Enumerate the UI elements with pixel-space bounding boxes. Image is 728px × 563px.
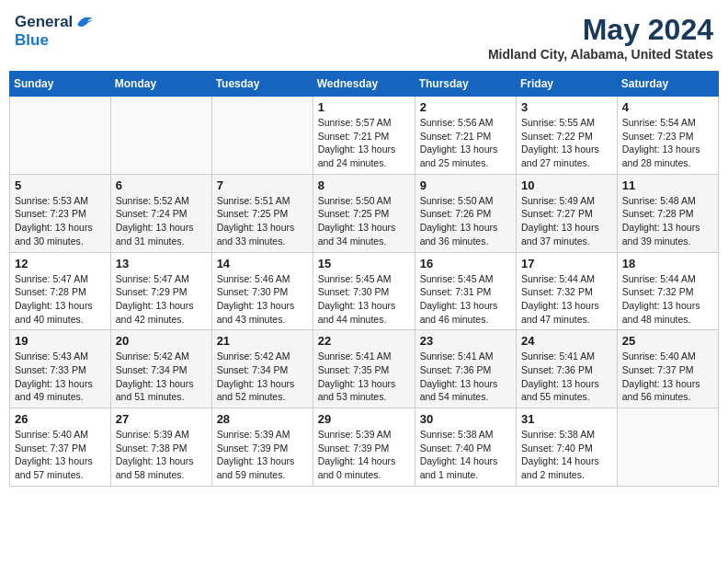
day-info: Sunrise: 5:44 AM Sunset: 7:32 PM Dayligh…	[622, 272, 713, 327]
calendar-cell: 25Sunrise: 5:40 AM Sunset: 7:37 PM Dayli…	[617, 330, 718, 408]
calendar-week-row: 12Sunrise: 5:47 AM Sunset: 7:28 PM Dayli…	[10, 252, 719, 330]
calendar-cell: 1Sunrise: 5:57 AM Sunset: 7:21 PM Daylig…	[313, 97, 415, 175]
calendar-cell: 14Sunrise: 5:46 AM Sunset: 7:30 PM Dayli…	[211, 252, 313, 330]
day-number: 23	[420, 334, 511, 348]
day-info: Sunrise: 5:38 AM Sunset: 7:40 PM Dayligh…	[420, 428, 511, 482]
calendar-cell: 13Sunrise: 5:47 AM Sunset: 7:29 PM Dayli…	[110, 252, 211, 330]
day-info: Sunrise: 5:50 AM Sunset: 7:26 PM Dayligh…	[420, 194, 511, 248]
calendar-week-row: 26Sunrise: 5:40 AM Sunset: 7:37 PM Dayli…	[10, 408, 719, 487]
month-title: May 2024	[488, 13, 713, 47]
day-number: 21	[217, 334, 308, 348]
title-area: May 2024 Midland City, Alabama, United S…	[488, 13, 713, 62]
day-info: Sunrise: 5:53 AM Sunset: 7:23 PM Dayligh…	[15, 194, 106, 248]
logo-general: General	[15, 13, 73, 31]
logo-blue: Blue	[15, 31, 49, 50]
day-info: Sunrise: 5:49 AM Sunset: 7:27 PM Dayligh…	[521, 194, 612, 248]
day-number: 27	[116, 412, 207, 426]
calendar-cell: 4Sunrise: 5:54 AM Sunset: 7:23 PM Daylig…	[617, 97, 718, 175]
day-info: Sunrise: 5:38 AM Sunset: 7:40 PM Dayligh…	[521, 428, 612, 482]
calendar-cell: 11Sunrise: 5:48 AM Sunset: 7:28 PM Dayli…	[617, 174, 718, 252]
day-number: 17	[521, 257, 612, 270]
day-info: Sunrise: 5:46 AM Sunset: 7:30 PM Dayligh…	[217, 272, 308, 327]
day-info: Sunrise: 5:42 AM Sunset: 7:34 PM Dayligh…	[116, 350, 207, 404]
day-number: 30	[420, 412, 511, 426]
day-info: Sunrise: 5:45 AM Sunset: 7:31 PM Dayligh…	[420, 272, 511, 327]
day-info: Sunrise: 5:39 AM Sunset: 7:38 PM Dayligh…	[116, 428, 207, 482]
calendar-cell: 24Sunrise: 5:41 AM Sunset: 7:36 PM Dayli…	[517, 330, 618, 408]
calendar-cell: 23Sunrise: 5:41 AM Sunset: 7:36 PM Dayli…	[415, 330, 516, 408]
day-number: 7	[217, 178, 308, 192]
day-number: 2	[420, 100, 511, 114]
day-number: 3	[521, 100, 612, 114]
day-info: Sunrise: 5:51 AM Sunset: 7:25 PM Dayligh…	[217, 194, 308, 248]
day-number: 1	[318, 100, 410, 114]
day-number: 12	[15, 257, 106, 270]
calendar-cell: 7Sunrise: 5:51 AM Sunset: 7:25 PM Daylig…	[211, 174, 313, 252]
header: General Blue May 2024 Midland City, Alab…	[9, 9, 719, 65]
day-info: Sunrise: 5:41 AM Sunset: 7:36 PM Dayligh…	[521, 350, 612, 404]
day-number: 11	[622, 178, 713, 192]
calendar-cell: 2Sunrise: 5:56 AM Sunset: 7:21 PM Daylig…	[415, 97, 516, 175]
day-info: Sunrise: 5:42 AM Sunset: 7:34 PM Dayligh…	[217, 350, 308, 404]
day-number: 6	[116, 178, 207, 192]
calendar-cell: 3Sunrise: 5:55 AM Sunset: 7:22 PM Daylig…	[517, 97, 618, 175]
calendar-cell: 20Sunrise: 5:42 AM Sunset: 7:34 PM Dayli…	[110, 330, 211, 408]
day-number: 10	[521, 178, 612, 192]
calendar-cell: 30Sunrise: 5:38 AM Sunset: 7:40 PM Dayli…	[415, 408, 516, 487]
day-info: Sunrise: 5:44 AM Sunset: 7:32 PM Dayligh…	[521, 272, 612, 327]
calendar-header-row: SundayMondayTuesdayWednesdayThursdayFrid…	[10, 72, 719, 97]
day-number: 9	[420, 178, 511, 192]
day-number: 25	[622, 334, 713, 348]
day-number: 15	[318, 257, 410, 270]
calendar-cell: 31Sunrise: 5:38 AM Sunset: 7:40 PM Dayli…	[517, 408, 618, 487]
day-info: Sunrise: 5:55 AM Sunset: 7:22 PM Dayligh…	[521, 116, 612, 170]
calendar-cell: 10Sunrise: 5:49 AM Sunset: 7:27 PM Dayli…	[517, 174, 618, 252]
day-number: 22	[318, 334, 410, 348]
day-number: 28	[217, 412, 308, 426]
calendar-week-row: 19Sunrise: 5:43 AM Sunset: 7:33 PM Dayli…	[10, 330, 719, 408]
day-header-wednesday: Wednesday	[313, 72, 415, 97]
calendar-week-row: 5Sunrise: 5:53 AM Sunset: 7:23 PM Daylig…	[10, 174, 719, 252]
calendar-cell: 29Sunrise: 5:39 AM Sunset: 7:39 PM Dayli…	[313, 408, 415, 487]
calendar-cell: 8Sunrise: 5:50 AM Sunset: 7:25 PM Daylig…	[313, 174, 415, 252]
calendar-cell	[110, 97, 211, 175]
day-info: Sunrise: 5:41 AM Sunset: 7:36 PM Dayligh…	[420, 350, 511, 404]
day-number: 20	[116, 334, 207, 348]
day-info: Sunrise: 5:47 AM Sunset: 7:29 PM Dayligh…	[116, 272, 207, 327]
logo: General Blue	[15, 13, 94, 50]
calendar-cell: 28Sunrise: 5:39 AM Sunset: 7:39 PM Dayli…	[211, 408, 313, 487]
calendar-cell	[617, 408, 718, 487]
day-info: Sunrise: 5:39 AM Sunset: 7:39 PM Dayligh…	[318, 428, 410, 482]
day-number: 26	[15, 412, 106, 426]
calendar-cell: 5Sunrise: 5:53 AM Sunset: 7:23 PM Daylig…	[10, 174, 111, 252]
day-info: Sunrise: 5:40 AM Sunset: 7:37 PM Dayligh…	[15, 428, 106, 482]
day-info: Sunrise: 5:56 AM Sunset: 7:21 PM Dayligh…	[420, 116, 511, 170]
day-number: 14	[217, 257, 308, 270]
day-info: Sunrise: 5:48 AM Sunset: 7:28 PM Dayligh…	[622, 194, 713, 248]
calendar-cell: 9Sunrise: 5:50 AM Sunset: 7:26 PM Daylig…	[415, 174, 516, 252]
day-number: 18	[622, 257, 713, 270]
calendar-cell: 12Sunrise: 5:47 AM Sunset: 7:28 PM Dayli…	[10, 252, 111, 330]
calendar-cell: 21Sunrise: 5:42 AM Sunset: 7:34 PM Dayli…	[211, 330, 313, 408]
logo-bird-icon	[74, 14, 94, 30]
day-header-friday: Friday	[517, 72, 618, 97]
day-number: 8	[318, 178, 410, 192]
day-info: Sunrise: 5:39 AM Sunset: 7:39 PM Dayligh…	[217, 428, 308, 482]
day-number: 19	[15, 334, 106, 348]
calendar-cell: 6Sunrise: 5:52 AM Sunset: 7:24 PM Daylig…	[110, 174, 211, 252]
day-header-monday: Monday	[110, 72, 211, 97]
day-number: 5	[15, 178, 106, 192]
calendar-cell	[10, 97, 111, 175]
calendar-cell: 17Sunrise: 5:44 AM Sunset: 7:32 PM Dayli…	[517, 252, 618, 330]
day-info: Sunrise: 5:57 AM Sunset: 7:21 PM Dayligh…	[318, 116, 410, 170]
day-info: Sunrise: 5:47 AM Sunset: 7:28 PM Dayligh…	[15, 272, 106, 327]
day-number: 4	[622, 100, 713, 114]
day-number: 16	[420, 257, 511, 270]
day-number: 13	[116, 257, 207, 270]
calendar-cell: 15Sunrise: 5:45 AM Sunset: 7:30 PM Dayli…	[313, 252, 415, 330]
calendar-cell: 16Sunrise: 5:45 AM Sunset: 7:31 PM Dayli…	[415, 252, 516, 330]
day-info: Sunrise: 5:50 AM Sunset: 7:25 PM Dayligh…	[318, 194, 410, 248]
day-number: 29	[318, 412, 410, 426]
calendar-cell: 19Sunrise: 5:43 AM Sunset: 7:33 PM Dayli…	[10, 330, 111, 408]
calendar-cell: 26Sunrise: 5:40 AM Sunset: 7:37 PM Dayli…	[10, 408, 111, 487]
